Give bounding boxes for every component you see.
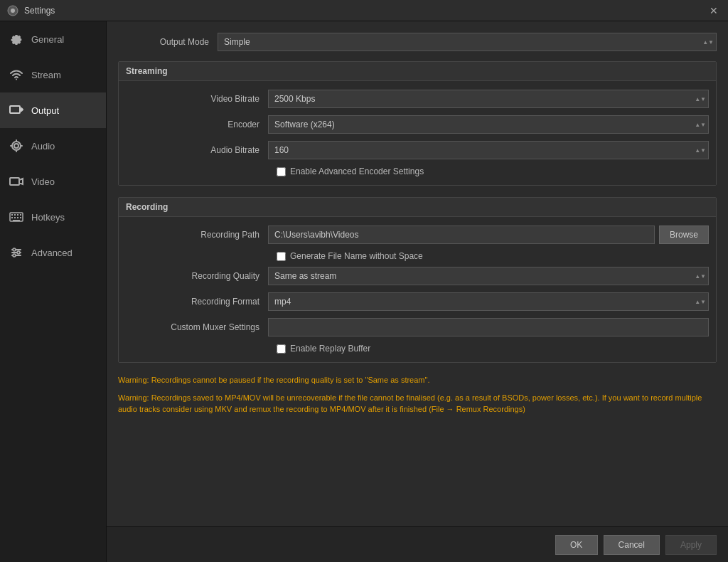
enable-advanced-checkbox[interactable] <box>277 167 286 176</box>
browse-button[interactable]: Browse <box>659 226 709 244</box>
enable-replay-row: Enable Replay Buffer <box>126 344 709 354</box>
custom-muxer-control <box>268 318 709 336</box>
gear-icon <box>9 31 24 47</box>
svg-point-2 <box>16 79 17 80</box>
warning-section: Warning: Recordings cannot be paused if … <box>118 374 717 415</box>
audio-icon <box>9 138 24 154</box>
recording-format-select[interactable]: mp4 mkv mov flv ts m3u8 <box>268 292 709 311</box>
recording-format-label: Recording Format <box>126 297 268 307</box>
enable-advanced-label[interactable]: Enable Advanced Encoder Settings <box>290 166 424 176</box>
recording-quality-label: Recording Quality <box>126 271 268 281</box>
keyboard-icon <box>9 209 24 225</box>
output-mode-select[interactable]: Simple Advanced <box>218 33 717 51</box>
streaming-section: Streaming Video Bitrate 2500 Kbps 1000 K… <box>118 61 717 186</box>
svg-point-17 <box>13 248 16 251</box>
output-mode-label: Output Mode <box>118 37 218 47</box>
sidebar-hotkeys-label: Hotkeys <box>31 212 65 223</box>
encoder-row: Encoder Software (x264) Hardware (NVENC)… <box>126 115 709 134</box>
content-area: Output Mode Simple Advanced Streaming Vi… <box>107 21 728 562</box>
audio-bitrate-row: Audio Bitrate 64 96 128 160 192 256 320 <box>126 141 709 159</box>
close-button[interactable]: ✕ <box>707 4 721 18</box>
warning-text-2: Warning: Recordings saved to MP4/MOV wil… <box>118 392 717 415</box>
custom-muxer-input[interactable] <box>268 318 709 336</box>
sidebar-item-advanced[interactable]: Advanced <box>0 235 106 270</box>
recording-format-spinner: mp4 mkv mov flv ts m3u8 <box>268 292 709 311</box>
sidebar-item-output[interactable]: Output <box>0 92 106 128</box>
svg-point-18 <box>17 251 20 254</box>
sidebar-item-video[interactable]: Video <box>0 164 106 199</box>
recording-section-header: Recording <box>119 198 716 217</box>
recording-section-body: Recording Path Browse Generate File Name… <box>119 217 716 362</box>
svg-point-19 <box>13 254 16 257</box>
sidebar-item-audio[interactable]: Audio <box>0 128 106 164</box>
custom-muxer-row: Custom Muxer Settings <box>126 318 709 336</box>
sidebar: General Stream Output <box>0 21 107 562</box>
streaming-section-body: Video Bitrate 2500 Kbps 1000 Kbps 3500 K… <box>119 81 716 185</box>
svg-rect-9 <box>14 214 16 216</box>
sidebar-output-label: Output <box>31 105 59 116</box>
sidebar-audio-label: Audio <box>31 141 55 152</box>
svg-point-5 <box>14 144 18 148</box>
recording-quality-row: Recording Quality Same as stream High Qu… <box>126 267 709 285</box>
window-title: Settings <box>24 6 707 16</box>
recording-path-label: Recording Path <box>126 230 268 240</box>
wifi-icon <box>9 67 24 83</box>
recording-path-input[interactable] <box>268 226 655 244</box>
recording-quality-spinner: Same as stream High Quality, Medium File… <box>268 267 709 285</box>
warning-text-1: Warning: Recordings cannot be paused if … <box>118 374 717 386</box>
video-bitrate-spinner: 2500 Kbps 1000 Kbps 3500 Kbps 5000 Kbps <box>268 90 709 108</box>
cancel-button[interactable]: Cancel <box>604 535 660 555</box>
audio-bitrate-spinner: 64 96 128 160 192 256 320 <box>268 141 709 159</box>
svg-rect-8 <box>11 214 13 216</box>
output-mode-row: Output Mode Simple Advanced <box>118 33 717 51</box>
app-icon <box>7 5 18 16</box>
sidebar-stream-label: Stream <box>31 70 61 80</box>
footer: OK Cancel Apply <box>107 526 728 562</box>
video-bitrate-label: Video Bitrate <box>126 94 268 104</box>
sidebar-advanced-label: Advanced <box>31 248 73 258</box>
recording-path-row: Recording Path Browse <box>126 226 709 244</box>
svg-rect-10 <box>17 214 18 216</box>
sidebar-video-label: Video <box>31 176 55 187</box>
svg-point-1 <box>11 9 15 13</box>
generate-filename-checkbox[interactable] <box>277 252 286 261</box>
main-layout: General Stream Output <box>0 21 728 562</box>
sidebar-general-label: General <box>31 34 64 45</box>
recording-quality-select[interactable]: Same as stream High Quality, Medium File… <box>268 267 709 285</box>
encoder-select[interactable]: Software (x264) Hardware (NVENC) Hardwar… <box>268 115 709 134</box>
titlebar: Settings ✕ <box>0 0 728 21</box>
svg-rect-14 <box>17 217 18 218</box>
svg-rect-12 <box>11 217 13 218</box>
encoder-spinner: Software (x264) Hardware (NVENC) Hardwar… <box>268 115 709 134</box>
output-icon <box>9 102 24 118</box>
video-bitrate-row: Video Bitrate 2500 Kbps 1000 Kbps 3500 K… <box>126 90 709 108</box>
enable-replay-checkbox[interactable] <box>277 344 286 354</box>
sidebar-item-stream[interactable]: Stream <box>0 57 106 92</box>
svg-rect-11 <box>20 214 21 216</box>
recording-path-control: Browse <box>268 226 709 244</box>
content-inner: Output Mode Simple Advanced Streaming Vi… <box>107 21 728 526</box>
ok-button[interactable]: OK <box>555 535 598 555</box>
svg-rect-3 <box>10 106 20 113</box>
streaming-section-header: Streaming <box>119 62 716 81</box>
audio-bitrate-label: Audio Bitrate <box>126 145 268 155</box>
svg-rect-16 <box>13 220 20 221</box>
svg-rect-6 <box>10 178 19 185</box>
sidebar-item-general[interactable]: General <box>0 21 106 57</box>
recording-section: Recording Recording Path Browse Generate… <box>118 197 717 363</box>
audio-bitrate-select[interactable]: 64 96 128 160 192 256 320 <box>268 141 709 159</box>
video-icon <box>9 174 24 189</box>
apply-button[interactable]: Apply <box>665 535 717 555</box>
encoder-label: Encoder <box>126 120 268 129</box>
video-bitrate-select[interactable]: 2500 Kbps 1000 Kbps 3500 Kbps 5000 Kbps <box>268 90 709 108</box>
sidebar-item-hotkeys[interactable]: Hotkeys <box>0 199 106 235</box>
custom-muxer-label: Custom Muxer Settings <box>126 322 268 332</box>
generate-filename-label[interactable]: Generate File Name without Space <box>290 251 423 261</box>
svg-rect-13 <box>14 217 16 218</box>
enable-replay-label[interactable]: Enable Replay Buffer <box>290 344 370 354</box>
generate-filename-row: Generate File Name without Space <box>126 251 709 261</box>
advanced-icon <box>9 245 24 260</box>
svg-rect-15 <box>20 217 21 218</box>
output-mode-select-wrapper: Simple Advanced <box>218 33 717 51</box>
recording-format-row: Recording Format mp4 mkv mov flv ts m3u8 <box>126 292 709 311</box>
